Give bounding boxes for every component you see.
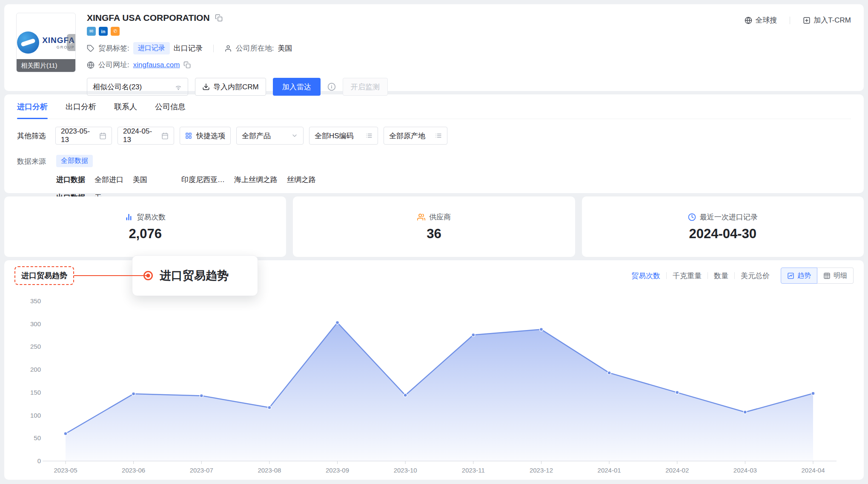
similar-companies-button[interactable]: 相似公司名(23) xyxy=(87,78,188,96)
tab-import-analysis[interactable]: 进口分析 xyxy=(17,94,48,119)
toggle-detail[interactable]: 明细 xyxy=(817,268,854,284)
import-data-label: 进口数据 xyxy=(56,175,85,185)
email-icon[interactable]: ✉ xyxy=(87,27,96,36)
svg-text:350: 350 xyxy=(30,297,41,305)
divider xyxy=(790,17,790,24)
svg-text:2024-03: 2024-03 xyxy=(733,467,757,474)
import-trend-card: 进口贸易趋势 贸易次数 千克重量 数量 美元总价 趋势 明细 xyxy=(4,260,864,480)
svg-text:2023-12: 2023-12 xyxy=(530,467,553,474)
stat-latest-import: 最近一次进口记录 2024-04-30 xyxy=(582,196,864,257)
svg-text:150: 150 xyxy=(30,389,41,396)
svg-text:2023-09: 2023-09 xyxy=(326,467,349,474)
company-location-icon xyxy=(224,45,232,52)
import-data-value: 全部进口 xyxy=(95,175,123,185)
svg-text:200: 200 xyxy=(30,366,41,373)
list-icon xyxy=(366,132,372,139)
bar-chart-icon xyxy=(125,213,133,221)
svg-text:250: 250 xyxy=(30,343,41,350)
start-monitoring-button[interactable]: 开启监测 xyxy=(343,78,388,96)
company-header-card: XINGFA GROUP 相关图片(11) XINGFA USA CORPORA… xyxy=(4,4,864,91)
list-icon xyxy=(435,132,442,139)
suppliers-icon xyxy=(417,213,425,221)
stat-value: 2024-04-30 xyxy=(689,226,757,242)
stat-value: 36 xyxy=(427,226,441,242)
data-source-section: 数据来源 全部数据 进口数据 全部进口 美国 印度尼西亚… 海上丝绸之路 丝绸之… xyxy=(17,155,851,202)
divider xyxy=(708,272,708,279)
import-data-value: 海上丝绸之路 xyxy=(234,175,278,185)
join-tcrm-action[interactable]: 加入T-CRM xyxy=(803,15,851,25)
date-from-input[interactable]: 2023-05-13 xyxy=(55,127,112,145)
other-filters-label: 其他筛选 xyxy=(17,131,46,141)
chart-title: 进口贸易趋势 xyxy=(14,266,74,285)
linkedin-icon[interactable]: in xyxy=(99,27,108,36)
import-record-tag[interactable]: 进口记录 xyxy=(133,42,170,54)
data-source-label: 数据来源 xyxy=(17,155,56,202)
metric-trade-count[interactable]: 贸易次数 xyxy=(631,271,660,281)
location-label: 公司所在地: xyxy=(236,43,274,53)
analysis-tabs: 进口分析 出口分析 联系人 公司信息 xyxy=(17,94,851,119)
toggle-trend[interactable]: 趋势 xyxy=(781,268,817,284)
globe-icon xyxy=(87,61,95,69)
copy-website-icon[interactable] xyxy=(183,61,191,68)
all-data-chip[interactable]: 全部数据 xyxy=(56,155,93,167)
svg-text:2023-08: 2023-08 xyxy=(258,467,281,474)
join-tcrm-icon xyxy=(803,17,811,24)
next-image-icon[interactable] xyxy=(67,34,75,51)
metric-usd-total[interactable]: 美元总价 xyxy=(741,271,770,281)
company-name: XINGFA USA CORPORATION xyxy=(87,13,210,23)
stat-suppliers: 供应商 36 xyxy=(293,196,575,257)
website-link[interactable]: xingfausa.com xyxy=(133,61,180,69)
svg-text:300: 300 xyxy=(30,320,41,327)
import-data-value: 丝绸之路 xyxy=(287,175,316,185)
origin-select[interactable]: 全部原产地 xyxy=(384,127,447,145)
analysis-card: 进口分析 出口分析 联系人 公司信息 其他筛选 2023-05-13 2024-… xyxy=(4,94,864,193)
quick-options-button[interactable]: 快捷选项 xyxy=(180,127,231,145)
stat-value: 2,076 xyxy=(129,226,162,242)
stat-label: 供应商 xyxy=(429,212,451,222)
tag-icon xyxy=(87,45,95,52)
svg-text:2024-01: 2024-01 xyxy=(598,467,621,474)
trade-label: 贸易标签: xyxy=(98,43,129,53)
global-search-icon xyxy=(745,17,752,24)
add-radar-button[interactable]: 加入雷达 xyxy=(273,78,321,96)
metric-kg-weight[interactable]: 千克重量 xyxy=(673,271,702,281)
svg-text:0: 0 xyxy=(37,457,41,464)
hs-code-select[interactable]: 全部HS编码 xyxy=(309,127,378,145)
annotation-connector xyxy=(74,275,149,276)
calendar-icon xyxy=(99,132,106,140)
svg-text:2023-11: 2023-11 xyxy=(462,467,485,474)
svg-text:2023-07: 2023-07 xyxy=(190,467,213,474)
stat-trade-count: 贸易次数 2,076 xyxy=(4,196,286,257)
global-search-action[interactable]: 全球搜 xyxy=(745,15,777,25)
table-icon xyxy=(823,272,831,279)
annotation-text: 进口贸易趋势 xyxy=(160,268,229,283)
tab-contacts[interactable]: 联系人 xyxy=(114,94,137,119)
date-to-input[interactable]: 2024-05-13 xyxy=(117,127,174,145)
grid-icon xyxy=(185,132,192,139)
tab-export-analysis[interactable]: 出口分析 xyxy=(66,94,96,119)
export-record-tag[interactable]: 出口记录 xyxy=(174,43,203,53)
clock-icon xyxy=(688,213,696,221)
svg-text:2024-02: 2024-02 xyxy=(665,467,689,474)
import-icon xyxy=(202,83,210,91)
copy-company-name-icon[interactable] xyxy=(215,14,223,22)
chevron-down-icon xyxy=(291,132,298,139)
phone-icon[interactable]: ✆ xyxy=(111,27,120,36)
website-label: 公司网址: xyxy=(98,60,129,70)
info-icon[interactable] xyxy=(327,83,336,91)
metric-quantity[interactable]: 数量 xyxy=(714,271,728,281)
svg-text:2023-06: 2023-06 xyxy=(122,467,145,474)
xingfa-logo-icon xyxy=(17,31,39,54)
similar-search-icon xyxy=(175,83,182,91)
import-internal-crm-button[interactable]: 导入内部CRM xyxy=(195,78,266,96)
svg-text:50: 50 xyxy=(34,434,41,441)
svg-text:2024-04: 2024-04 xyxy=(801,467,825,474)
tab-company-info[interactable]: 公司信息 xyxy=(155,94,186,119)
filters-row: 其他筛选 2023-05-13 2024-05-13 快捷选项 全部产品 全部H… xyxy=(17,127,851,145)
svg-text:2023-05: 2023-05 xyxy=(54,467,77,474)
divider xyxy=(213,45,214,52)
related-images-label[interactable]: 相关图片(11) xyxy=(17,59,75,72)
stat-label: 贸易次数 xyxy=(137,212,166,222)
trend-chart-icon xyxy=(787,272,794,279)
product-select[interactable]: 全部产品 xyxy=(236,127,304,145)
